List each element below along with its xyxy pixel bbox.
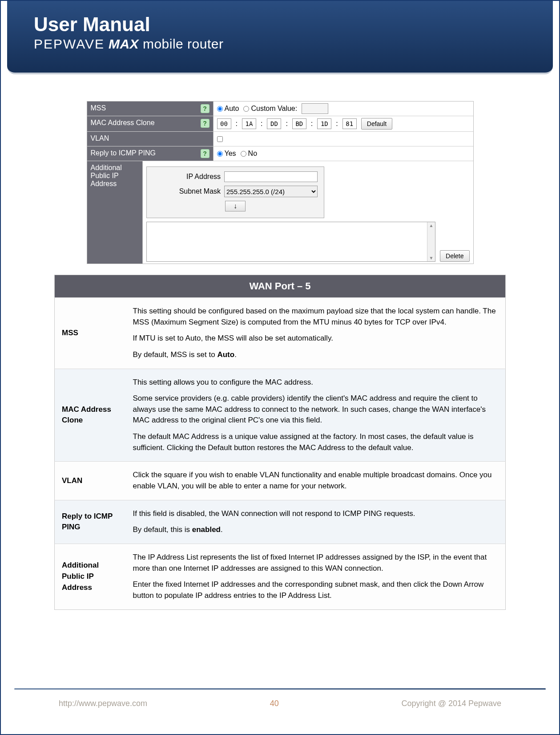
footer-divider — [14, 688, 546, 690]
table-row: MSSThis setting should be configured bas… — [55, 298, 506, 369]
footer-copyright: Copyright @ 2014 Pepwave — [402, 699, 501, 708]
table-row-key: Additional Public IP Address — [55, 544, 126, 609]
mss-auto-option[interactable]: Auto — [217, 105, 239, 113]
subnet-mask-select[interactable]: 255.255.255.0 (/24) — [224, 186, 318, 197]
doc-title: User Manual — [34, 13, 526, 36]
mac-octet-3[interactable] — [292, 118, 306, 129]
doc-subtitle: PEPWAVE MAX mobile router — [34, 37, 526, 52]
label-icmp-text: Reply to ICMP PING — [91, 149, 156, 157]
mss-custom-label: Custom Value: — [251, 105, 297, 113]
mac-octet-0[interactable] — [217, 118, 231, 129]
icmp-yes-label: Yes — [225, 150, 236, 158]
help-icon[interactable]: ? — [201, 149, 209, 158]
doc-header: User Manual PEPWAVE MAX mobile router — [7, 1, 553, 74]
label-mss-text: MSS — [91, 104, 106, 112]
row-mss: MSS ? Auto Custom Value: — [87, 102, 473, 116]
brand-suffix: mobile router — [143, 37, 224, 51]
label-vlan-text: VLAN — [91, 134, 109, 142]
icmp-no-option[interactable]: No — [241, 150, 257, 158]
label-addl-ip: Additional Public IP Address — [87, 161, 143, 264]
ip-address-label: IP Address — [167, 173, 221, 181]
mss-auto-label: Auto — [225, 105, 239, 113]
help-icon[interactable]: ? — [201, 104, 209, 113]
wan-settings-panel: MSS ? Auto Custom Value: MAC Address Clo… — [87, 101, 474, 264]
vlan-checkbox[interactable] — [217, 136, 223, 142]
table-row-key: MAC Address Clone — [55, 369, 126, 462]
listbox-scrollbar[interactable]: ▲▼ — [427, 222, 435, 261]
table-title: WAN Port – 5 — [55, 275, 506, 298]
add-ip-arrow-button[interactable]: ↓ — [225, 201, 246, 211]
table-row-desc: The IP Address List represents the list … — [126, 544, 506, 609]
page-footer: http://www.pepwave.com 40 Copyright @ 20… — [1, 699, 559, 708]
row-addl-ip: Additional Public IP Address IP Address … — [87, 161, 473, 264]
delete-ip-button[interactable]: Delete — [440, 250, 469, 262]
table-row-key: Reply to ICMP PING — [55, 500, 126, 544]
mac-octet-1[interactable] — [242, 118, 256, 129]
icmp-no-radio[interactable] — [241, 151, 246, 157]
mac-octet-5[interactable] — [342, 118, 357, 129]
ip-address-input[interactable] — [224, 171, 318, 182]
footer-page-number: 40 — [270, 699, 279, 708]
label-mac-clone-text: MAC Address Clone — [91, 119, 155, 127]
label-mss: MSS ? — [87, 102, 214, 116]
mac-octet-4[interactable] — [317, 118, 331, 129]
ip-address-listbox[interactable]: ▲▼ — [146, 222, 435, 262]
brand-name: PEPWAVE — [34, 37, 105, 51]
wan-port-description-table: WAN Port – 5 MSSThis setting should be c… — [54, 275, 506, 610]
table-row-key: MSS — [55, 298, 126, 369]
table-row-key: VLAN — [55, 462, 126, 500]
brand-model: MAX — [109, 37, 139, 51]
mac-default-button[interactable]: Default — [361, 118, 392, 130]
mss-custom-option[interactable]: Custom Value: — [243, 105, 297, 113]
table-row: Reply to ICMP PINGIf this field is disab… — [55, 500, 506, 544]
table-row: VLANClick the square if you wish to enab… — [55, 462, 506, 500]
table-row: MAC Address CloneThis setting allows you… — [55, 369, 506, 462]
row-mac-clone: MAC Address Clone ? : : : : : Default — [87, 116, 473, 132]
table-row: Additional Public IP AddressThe IP Addre… — [55, 544, 506, 609]
addl-ip-subform: IP Address Subnet Mask 255.255.255.0 (/2… — [146, 166, 324, 218]
mss-auto-radio[interactable] — [217, 106, 223, 112]
label-icmp: Reply to ICMP PING ? — [87, 146, 214, 161]
table-row-desc: This setting should be configured based … — [126, 298, 506, 369]
icmp-no-label: No — [248, 150, 257, 158]
mss-custom-radio[interactable] — [243, 106, 249, 112]
label-mac-clone: MAC Address Clone ? — [87, 116, 214, 131]
help-icon[interactable]: ? — [201, 119, 209, 128]
icmp-yes-radio[interactable] — [217, 151, 223, 157]
mac-octet-2[interactable] — [267, 118, 281, 129]
label-addl-ip-text: Additional Public IP Address — [91, 164, 139, 188]
icmp-yes-option[interactable]: Yes — [217, 150, 236, 158]
row-vlan: VLAN — [87, 132, 473, 146]
footer-url: http://www.pepwave.com — [59, 699, 147, 708]
table-row-desc: If this field is disabled, the WAN conne… — [126, 500, 506, 544]
label-vlan: VLAN — [87, 132, 214, 146]
table-row-desc: Click the square if you wish to enable V… — [126, 462, 506, 500]
table-row-desc: This setting allows you to configure the… — [126, 369, 506, 462]
subnet-mask-label: Subnet Mask — [167, 187, 221, 195]
row-icmp: Reply to ICMP PING ? Yes No — [87, 146, 473, 161]
mss-custom-input[interactable] — [302, 103, 328, 114]
